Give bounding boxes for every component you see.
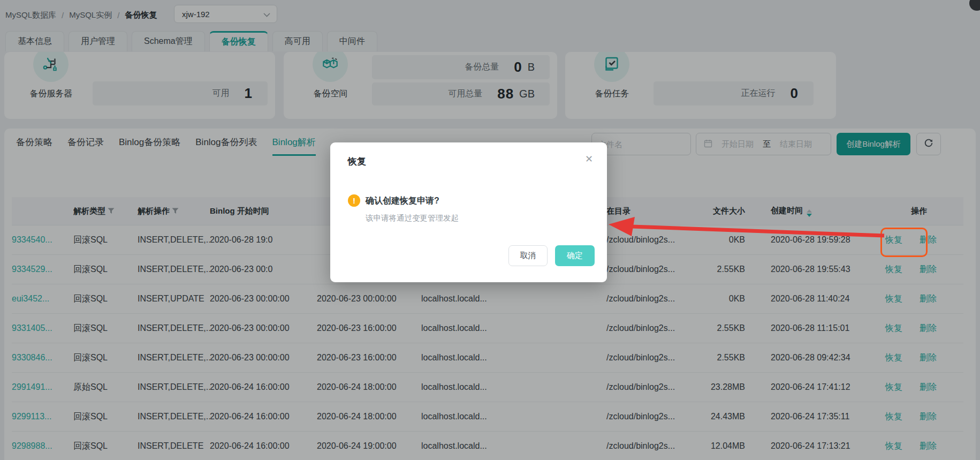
mysql-backup-restore-page: MySQL数据库/MySQL实例/备份恢复 xjw-192 基本信息用户管理Sc… [0,0,980,460]
modal-message: 确认创建恢复申请? [366,195,439,207]
confirm-button[interactable]: 确定 [555,245,595,266]
restore-confirm-modal: 恢复 ✕ ! 确认创建恢复申请? 该申请将通过变更管理发起 取消 确定 [330,142,607,282]
close-icon[interactable]: ✕ [585,154,593,164]
modal-submessage: 该申请将通过变更管理发起 [366,213,459,223]
warning-icon: ! [348,194,360,207]
modal-title: 恢复 [348,155,366,168]
cancel-button[interactable]: 取消 [508,245,548,266]
